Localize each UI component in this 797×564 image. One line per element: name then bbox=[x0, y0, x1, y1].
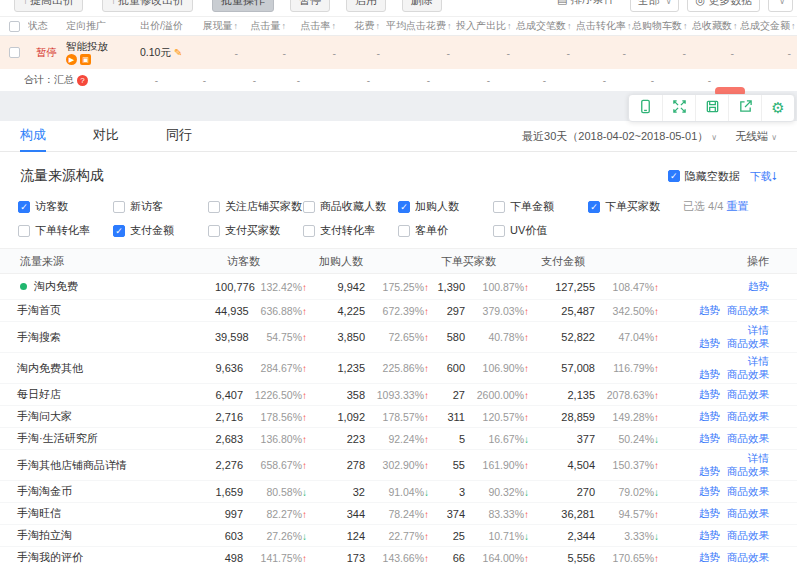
filter-checkbox-加购人数[interactable]: ✓加购人数 bbox=[398, 199, 493, 214]
filter-checkbox-访客数[interactable]: ✓访客数 bbox=[18, 199, 113, 214]
product-effect-link[interactable]: 商品效果 bbox=[727, 410, 769, 422]
sort-arrow-icon[interactable]: ↑ bbox=[733, 21, 738, 31]
sort-arrow-icon[interactable]: ↑ bbox=[234, 21, 239, 31]
checkbox-checked-icon[interactable]: ✓ bbox=[588, 201, 600, 213]
sort-arrow-icon[interactable]: ↑ bbox=[567, 21, 572, 31]
product-effect-link[interactable]: 商品效果 bbox=[727, 529, 769, 541]
checkbox-checked-icon[interactable]: ✓ bbox=[113, 225, 125, 237]
toolbar-save-button[interactable] bbox=[695, 95, 728, 121]
filter-checkbox-下单买家数[interactable]: ✓下单买家数 bbox=[588, 199, 683, 214]
filter-checkbox-下单金额[interactable]: 下单金额 bbox=[493, 199, 588, 214]
campaign-col-header[interactable]: 花费↑ bbox=[342, 19, 386, 33]
tab-peers[interactable]: 同行 bbox=[166, 121, 192, 152]
product-effect-link[interactable]: 商品效果 bbox=[727, 432, 769, 444]
filter-checkbox-下单转化率[interactable]: 下单转化率 bbox=[18, 223, 113, 238]
checkbox-icon[interactable] bbox=[493, 201, 505, 213]
campaign-col-header[interactable]: 总成交金额↑ bbox=[740, 19, 797, 33]
toolbar-button-4[interactable]: 启用 bbox=[346, 0, 386, 12]
campaign-col-header[interactable]: 总购物车数↑ bbox=[632, 19, 692, 33]
campaign-col-header[interactable]: 展现量↑ bbox=[198, 19, 244, 33]
trend-link[interactable]: 趋势 bbox=[699, 485, 720, 497]
trend-link[interactable]: 趋势 bbox=[699, 529, 720, 541]
checkbox-icon[interactable] bbox=[113, 201, 125, 213]
toolbar-share-button[interactable] bbox=[728, 95, 761, 121]
checkbox-checked-icon[interactable]: ✓ bbox=[18, 201, 30, 213]
trend-link[interactable]: 趋势 bbox=[699, 368, 720, 380]
filter-dropdown[interactable]: 全部 ∨ bbox=[630, 0, 680, 12]
campaign-col-header[interactable]: 点击率↑ bbox=[292, 19, 342, 33]
filter-checkbox-支付金额[interactable]: ✓支付金额 bbox=[113, 223, 208, 238]
hide-empty-toggle[interactable]: ✓隐藏空数据 bbox=[668, 169, 740, 184]
row-checkbox[interactable] bbox=[9, 47, 20, 58]
checkbox-icon[interactable] bbox=[493, 225, 505, 237]
sort-arrow-icon[interactable]: ↑ bbox=[627, 21, 632, 31]
trend-link[interactable]: 趋势 bbox=[699, 388, 720, 400]
trend-link[interactable]: 趋势 bbox=[699, 410, 720, 422]
trend-link[interactable]: 趋势 bbox=[699, 432, 720, 444]
detail-link[interactable]: 详情 bbox=[748, 324, 769, 336]
edit-pencil-icon[interactable]: ✎ bbox=[174, 47, 182, 58]
trend-link[interactable]: 趋势 bbox=[748, 280, 769, 292]
filter-checkbox-新访客[interactable]: 新访客 bbox=[113, 199, 208, 214]
trend-link[interactable]: 趋势 bbox=[699, 304, 720, 316]
filter-checkbox-支付买家数[interactable]: 支付买家数 bbox=[208, 223, 303, 238]
collapse-button[interactable]: ∨ bbox=[768, 0, 793, 12]
sort-arrow-icon[interactable]: ↑ bbox=[791, 21, 796, 31]
campaign-name[interactable]: 智能投放 bbox=[66, 40, 134, 52]
campaign-col-header[interactable]: 投入产出比↑ bbox=[456, 19, 516, 33]
trend-link[interactable]: 趋势 bbox=[699, 507, 720, 519]
product-effect-link[interactable]: 商品效果 bbox=[727, 465, 769, 477]
trend-link[interactable]: 趋势 bbox=[699, 551, 720, 563]
filter-checkbox-关注店铺买家数[interactable]: 关注店铺买家数 bbox=[208, 199, 303, 214]
detail-link[interactable]: 详情 bbox=[748, 452, 769, 464]
product-effect-link[interactable]: 商品效果 bbox=[727, 388, 769, 400]
checkbox-icon[interactable] bbox=[18, 225, 30, 237]
play-icon[interactable]: ▶ bbox=[66, 54, 77, 65]
campaign-col-header[interactable]: 点击转化率↑ bbox=[576, 19, 632, 33]
checkbox-icon[interactable] bbox=[208, 225, 220, 237]
sort-arrow-icon[interactable]: ↑ bbox=[683, 21, 688, 31]
checkbox-checked-icon[interactable]: ✓ bbox=[398, 201, 410, 213]
sort-arrow-icon[interactable]: ↑ bbox=[376, 21, 381, 31]
checkbox-icon[interactable] bbox=[303, 225, 315, 237]
campaign-col-header[interactable]: 总成交笔数↑ bbox=[516, 19, 576, 33]
sort-arrow-icon[interactable]: ↑ bbox=[282, 21, 287, 31]
toolbar-button-3[interactable]: 暂停 bbox=[290, 0, 330, 12]
filter-checkbox-支付转化率[interactable]: 支付转化率 bbox=[303, 223, 398, 238]
filter-checkbox-UV价值[interactable]: UV价值 bbox=[493, 223, 588, 238]
image-icon[interactable]: ▣ bbox=[80, 54, 91, 65]
product-effect-link[interactable]: 商品效果 bbox=[727, 551, 769, 563]
detail-link[interactable]: 详情 bbox=[748, 355, 769, 367]
product-effect-link[interactable]: 商品效果 bbox=[727, 507, 769, 519]
filter-checkbox-客单价[interactable]: 客单价 bbox=[398, 223, 493, 238]
tab-composition[interactable]: 构成 bbox=[20, 121, 46, 152]
filter-checkbox-商品收藏人数[interactable]: 商品收藏人数 bbox=[303, 199, 398, 214]
checkbox-checked-icon[interactable]: ✓ bbox=[668, 170, 680, 182]
toolbar-mobile-button[interactable] bbox=[629, 95, 662, 121]
toolbar-button-0[interactable]: ↑提高出价 bbox=[14, 0, 83, 12]
product-effect-link[interactable]: 商品效果 bbox=[727, 304, 769, 316]
checkbox-icon[interactable] bbox=[208, 201, 220, 213]
date-range-selector[interactable]: 最近30天（2018-04-02~2018-05-01）∨ bbox=[522, 129, 717, 144]
campaign-col-header[interactable]: 点击量↑ bbox=[244, 19, 292, 33]
product-effect-link[interactable]: 商品效果 bbox=[727, 485, 769, 497]
toolbar-button-2[interactable]: 批量操作 bbox=[212, 0, 274, 12]
toolbar-settings-button[interactable]: ⚙ bbox=[761, 95, 794, 121]
tab-compare[interactable]: 对比 bbox=[93, 121, 119, 152]
download-link[interactable]: 下载⭣ bbox=[750, 169, 777, 184]
toolbar-button-5[interactable]: 删除 bbox=[402, 0, 442, 12]
help-icon[interactable]: ? bbox=[77, 75, 88, 86]
more-data-button[interactable]: ◎ 更多数据 bbox=[687, 0, 760, 12]
sort-condition-control[interactable]: ▤ 排序条件 bbox=[550, 0, 621, 12]
campaign-col-header[interactable]: 总收藏数↑ bbox=[692, 19, 740, 33]
campaign-row[interactable]: 暂停 智能投放 ▶▣ 0.10元✎ ----------- bbox=[0, 36, 797, 69]
toolbar-fullscreen-button[interactable] bbox=[662, 95, 695, 121]
sort-arrow-icon[interactable]: ↑ bbox=[332, 21, 337, 31]
checkbox-icon[interactable] bbox=[303, 201, 315, 213]
sort-arrow-icon[interactable]: ↑ bbox=[447, 21, 452, 31]
sort-arrow-icon[interactable]: ↑ bbox=[507, 21, 512, 31]
checkbox-icon[interactable] bbox=[398, 225, 410, 237]
reset-link[interactable]: 重置 bbox=[726, 200, 748, 212]
select-all-checkbox[interactable] bbox=[9, 21, 20, 32]
product-effect-link[interactable]: 商品效果 bbox=[727, 368, 769, 380]
